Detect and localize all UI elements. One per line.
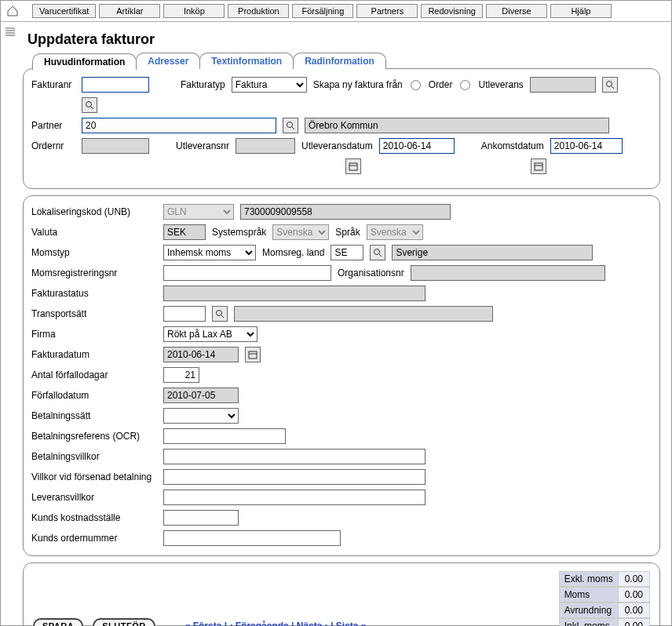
svg-point-12 [217, 311, 222, 316]
tab-textinformation[interactable]: Textinformation [199, 53, 294, 69]
side-tools [1, 22, 20, 626]
svg-rect-8 [535, 163, 542, 170]
svg-line-11 [379, 254, 382, 257]
search-icon-skapa[interactable] [602, 77, 618, 93]
main: Uppdatera fakturor Huvudinformation Adre… [1, 22, 671, 626]
input-partner[interactable] [82, 118, 276, 133]
label-fakturadatum: Fakturadatum [31, 349, 157, 360]
search-icon-momsregland[interactable] [370, 245, 385, 260]
label-fakturanr: Fakturanr [31, 79, 75, 90]
label-momsreg: Momsregistreringsnr [31, 268, 157, 278]
input-momsregland[interactable] [331, 245, 363, 260]
nav-artiklar[interactable]: Artiklar [99, 4, 160, 18]
input-betalvillkor[interactable] [163, 449, 425, 464]
input-kundsorder[interactable] [163, 530, 341, 546]
label-ordernr: Ordernr [31, 140, 75, 151]
label-skapa: Skapa ny faktura från [313, 79, 403, 90]
input-ankomstdatum[interactable] [550, 138, 623, 154]
input-lokkod [240, 204, 451, 220]
app-window: Varucertifikat Artiklar Inköp Produktion… [0, 0, 672, 626]
svg-point-4 [287, 122, 293, 128]
pager-first[interactable]: « Första [185, 621, 222, 626]
input-transportsatt[interactable] [163, 306, 206, 322]
input-forfallo [163, 388, 239, 403]
label-utleveransnr: Utleveransnr [176, 140, 229, 151]
input-utleveransdatum[interactable] [379, 138, 455, 154]
label-utleveransdatum: Utleveransdatum [301, 140, 373, 151]
label-betalvillkor: Betalningsvillkor [31, 451, 157, 462]
total-inkl-value: 0.00 [618, 618, 650, 626]
label-lokkod: Lokaliseringskod (UNB) [31, 206, 157, 217]
input-skapa-fran[interactable] [530, 77, 596, 93]
total-inkl-label: Inkl. moms [559, 618, 618, 626]
input-orgnr [411, 265, 605, 281]
select-betalsatt[interactable] [163, 408, 239, 424]
input-fakturadatum[interactable] [163, 347, 239, 362]
nav-produktion[interactable]: Produktion [228, 4, 289, 18]
tab-row: Huvudinformation Adresser Textinformatio… [32, 53, 660, 69]
input-valuta [163, 224, 206, 240]
pager-next[interactable]: Nästa › [297, 621, 328, 626]
select-sprak: Svenska [367, 224, 423, 240]
pager: « Första | ‹ Föregående | Nästa › | Sist… [185, 621, 367, 626]
input-betalref[interactable] [163, 428, 286, 444]
nav-inkop[interactable]: Inköp [163, 4, 225, 18]
select-systemsprak: Svenska [272, 224, 329, 240]
search-icon-partner[interactable] [283, 118, 298, 133]
svg-line-5 [292, 127, 294, 129]
tab-radinformation[interactable]: Radinformation [293, 53, 386, 69]
svg-line-13 [221, 315, 224, 318]
label-partner: Partner [31, 120, 75, 131]
pager-prev[interactable]: ‹ Föregående [229, 621, 288, 626]
label-fakturatyp: Fakturatyp [181, 79, 225, 90]
pager-last[interactable]: Sista » [336, 621, 367, 626]
save-button[interactable]: SPARA [33, 618, 83, 626]
nav-forsaljning[interactable]: Försäljning [292, 4, 353, 18]
select-firma[interactable]: Rökt på Lax AB [163, 326, 257, 342]
panel-footer: SPARA SLUTFÖR « Första | ‹ Föregående | … [23, 562, 660, 626]
label-order: Order [429, 79, 453, 90]
home-icon[interactable] [5, 4, 20, 18]
select-momstyp[interactable]: Inhemsk moms [163, 245, 256, 260]
nav-diverse[interactable]: Diverse [486, 4, 547, 18]
input-antal[interactable] [163, 367, 199, 383]
tab-adresser[interactable]: Adresser [136, 53, 200, 69]
radio-utleverans[interactable] [460, 80, 470, 90]
label-firma: Firma [31, 329, 157, 340]
search-icon-transport[interactable] [212, 306, 228, 322]
label-ankomstdatum: Ankomstdatum [481, 140, 544, 151]
calendar-icon-ankomst[interactable] [531, 158, 546, 174]
nav-redovisning[interactable]: Redovisning [421, 4, 483, 18]
label-momsregland: Momsreg. land [262, 247, 324, 258]
input-momsreg[interactable] [163, 265, 331, 281]
panel-body: Lokaliseringskod (UNB) GLN Valuta System… [23, 195, 660, 556]
nav-hjalp[interactable]: Hjälp [550, 4, 612, 18]
label-forfallo: Förfallodatum [31, 390, 157, 401]
search-icon-fakturanr[interactable] [82, 97, 97, 113]
calendar-icon-utlev[interactable] [345, 158, 361, 174]
svg-point-0 [606, 82, 612, 87]
input-leveransvillkor[interactable] [163, 490, 425, 505]
label-orgnr: Organisationsnr [338, 268, 404, 278]
finish-button[interactable]: SLUTFÖR [93, 618, 155, 626]
display-transportsatt [234, 306, 493, 322]
calendar-icon-fakturadatum[interactable] [245, 347, 261, 362]
select-fakturatyp[interactable]: Faktura [232, 77, 307, 93]
label-systemsprak: Systemspråk [212, 227, 266, 238]
input-fakturanr[interactable] [82, 77, 149, 93]
nav-partners[interactable]: Partners [356, 4, 418, 18]
input-villkorsen[interactable] [163, 469, 425, 485]
nav-varucertifikat[interactable]: Varucertifikat [32, 4, 96, 18]
label-utleverans: Utleverans [478, 79, 523, 90]
svg-rect-6 [349, 163, 357, 170]
label-betalsatt: Betalningssätt [31, 410, 157, 421]
list-icon[interactable] [3, 25, 17, 39]
content: Uppdatera fakturor Huvudinformation Adre… [20, 22, 671, 626]
tab-huvudinformation[interactable]: Huvudinformation [32, 53, 137, 70]
display-partner-name [305, 118, 609, 133]
input-kundskost[interactable] [163, 510, 239, 526]
radio-order[interactable] [411, 80, 421, 90]
display-momsregland-name [392, 245, 593, 260]
total-exkl-value: 0.00 [618, 571, 650, 587]
input-utleveransnr [236, 138, 295, 154]
